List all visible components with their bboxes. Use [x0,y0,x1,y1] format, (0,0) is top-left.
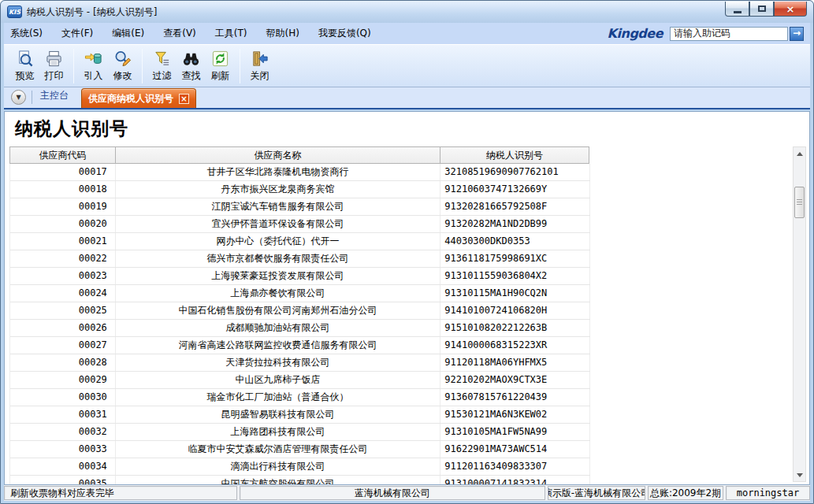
mnemonic-search-input[interactable] [670,27,788,41]
toolbar-separator [142,49,143,83]
modify-button[interactable]: 修改 [108,47,137,85]
table-row[interactable]: 00028 天津货拉拉科技有限公司 91120118MA06YHFMX5 [10,354,590,372]
table-row[interactable]: 00026 成都顺驰加油站有限公司 91510108202212263B [10,320,590,337]
cell-supplier-code: 00018 [10,181,116,198]
cell-supplier-name: 瑞金市化工厂加油站（普通合伙） [116,389,440,406]
cell-supplier-code: 00019 [10,198,116,215]
cell-supplier-code: 00020 [10,216,116,232]
table-row[interactable]: 00035 中国东方航空股份有限公司 913100007141832314 [10,476,590,485]
tab-supplier-tax-id[interactable]: 供应商纳税人识别号 × [81,88,196,108]
minimize-button[interactable] [725,2,749,17]
cell-supplier-name: 滴滴出行科技有限公司 [116,458,440,475]
cell-tax-id: 91530121MA6N3KEW02 [440,406,590,423]
import-button[interactable]: 引入 [79,47,108,85]
refresh-button[interactable]: 刷新 [206,47,235,85]
table-row[interactable]: 00019 江阴宝诚汽车销售服务有限公司 91320281665792508F [10,198,590,216]
window-title: 纳税人识别号 - [纳税人识别号] [27,6,157,19]
menu-item-file[interactable]: 文件(F) [61,27,93,40]
maximize-button[interactable] [749,2,774,17]
menu-item-system[interactable]: 系统(S) [10,27,43,40]
table-row[interactable]: 00020 宜兴伊怀普道环保设备有限公司 91320282MA1ND2DB99 [10,216,590,233]
table-row[interactable]: 00032 上海路团科技有限公司 91310105MA1FW5NA99 [10,424,590,441]
cell-tax-id: 9136118175998691XC [440,250,590,267]
table-row[interactable]: 00025 中国石化销售股份有限公司河南郑州石油分公司 914101007241… [10,302,590,320]
grid-header: 供应商代码 供应商名称 纳税人识别号 [9,146,590,164]
scroll-up-button[interactable] [794,147,805,160]
cell-supplier-name: 河南省高速公路联网监控收费通信服务有限公司 [116,337,440,354]
app-window: KIS 纳税人识别号 - [纳税人识别号] × 系统(S) 文件(F) 编辑(E… [0,0,814,504]
kingdee-logo: Kingdee [608,26,663,41]
table-row[interactable]: 00033 临夏市中安艾森威尔酒店管理有限责任公司 91622901MA73AW… [10,441,590,458]
scroll-down-button[interactable] [794,469,805,481]
content-area: 纳税人识别号 供应商代码 供应商名称 纳税人识别号 00017 甘井子区华北路泰… [4,111,810,485]
table-row[interactable]: 00027 河南省高速公路联网监控收费通信服务有限公司 914100006831… [10,337,590,354]
window-controls: × [725,2,807,17]
table-row[interactable]: 00023 上海骏莱豪廷投资发展有限公司 9131011559036804X2 [10,268,590,285]
menu-item-tools[interactable]: 工具(T) [215,27,247,40]
status-message: 刷新收票物料对应表完毕 [4,486,237,500]
table-row[interactable]: 00030 瑞金市化工厂加油站（普通合伙） 913607815761220439 [10,389,590,406]
menu-item-view[interactable]: 查看(V) [163,27,196,40]
menu-item-edit[interactable]: 编辑(E) [112,27,144,40]
cell-supplier-code: 00029 [10,372,116,388]
tab-list-dropdown-button[interactable]: ▼ [11,90,26,105]
cell-supplier-name: 中国石化销售股份有限公司河南郑州石油分公司 [116,302,440,319]
column-header-supplier-code[interactable]: 供应商代码 [9,146,116,164]
cell-tax-id: 913607815761220439 [440,389,590,406]
cell-tax-id: 91510108202212263B [440,320,590,336]
preview-label: 预览 [16,69,35,83]
cell-supplier-name: 中山区九席柿子饭店 [116,372,440,388]
table-row[interactable]: 00018 丹东市振兴区龙泉商务宾馆 91210603747132669Y [10,181,590,198]
cell-supplier-code: 00033 [10,441,116,458]
filter-button[interactable]: 过滤 [147,47,177,85]
tab-home[interactable]: 主控台 [40,89,69,102]
table-row[interactable]: 00029 中山区九席柿子饭店 92210202MAOX9CTX3E [10,372,590,389]
find-button[interactable]: 查找 [177,47,206,85]
cell-supplier-code: 00031 [10,406,116,423]
table-row[interactable]: 00021 网办中心（委托代征）代开一 44030300DKD0353 [10,233,590,250]
scroll-down-icon [797,473,803,477]
table-row[interactable]: 00022 德兴市京都餐饮服务有限责任公司 9136118175998691XC [10,250,590,268]
menu-item-feedback[interactable]: 我要反馈(Q) [318,27,371,40]
toolbar-separator [240,49,240,83]
scroll-up-icon [797,152,803,156]
close-icon: × [786,4,795,14]
cell-supplier-code: 00021 [10,233,116,250]
preview-button[interactable]: 预览 [10,47,39,85]
cell-tax-id: 91310115MA1H90CQ2N [440,285,590,302]
cell-supplier-name: 丹东市振兴区龙泉商务宾馆 [116,181,440,198]
menubar-right: Kingdee → [608,26,804,41]
column-header-supplier-name[interactable]: 供应商名称 [115,146,440,164]
search-go-button[interactable]: → [790,27,804,41]
toolbar: 预览 打印 引入 [4,44,810,87]
cell-supplier-code: 00023 [10,268,116,284]
scrollbar-thumb[interactable] [794,187,805,218]
tab-close-button[interactable]: × [179,94,189,104]
cell-tax-id: 913100007141832314 [440,476,590,485]
modify-icon [113,50,132,68]
exit-button[interactable]: 关闭 [245,47,274,85]
table-row[interactable]: 00031 昆明盛智易联科技有限公司 91530121MA6N3KEW02 [10,406,590,424]
menu-item-help[interactable]: 帮助(H) [266,27,299,40]
status-edition: 演示版-蓝海机械有限公司 [548,486,645,500]
find-label: 查找 [182,69,201,83]
menubar: 系统(S) 文件(F) 编辑(E) 查看(V) 工具(T) 帮助(H) 我要反馈… [4,23,810,44]
cell-supplier-name: 甘井子区华北路泰隆机电物资商行 [116,164,440,180]
preview-icon [16,50,34,68]
cell-supplier-name: 上海鼎亦餐饮有限公司 [116,285,440,302]
refresh-icon [211,50,229,68]
cell-tax-id: 91210603747132669Y [440,181,590,198]
column-header-tax-id[interactable]: 纳税人识别号 [440,146,589,164]
maximize-icon [758,6,766,12]
supplier-tax-grid: 供应商代码 供应商名称 纳税人识别号 00017 甘井子区华北路泰隆机电物资商行… [9,146,590,485]
table-body: 00017 甘井子区华北路泰隆机电物资商行 321085196909077621… [9,164,590,485]
filter-label: 过滤 [153,69,172,83]
print-button[interactable]: 打印 [39,47,69,85]
close-button[interactable]: × [774,2,807,17]
table-row[interactable]: 00034 滴滴出行科技有限公司 911201163409833307 [10,458,590,476]
arrow-right-icon: → [793,28,801,39]
status-ledger-period: 总账:2009年2期 [648,486,723,500]
table-row[interactable]: 00017 甘井子区华北路泰隆机电物资商行 321085196909077621… [10,164,590,181]
table-row[interactable]: 00024 上海鼎亦餐饮有限公司 91310115MA1H90CQ2N [10,285,590,302]
vertical-scrollbar[interactable] [793,146,806,482]
